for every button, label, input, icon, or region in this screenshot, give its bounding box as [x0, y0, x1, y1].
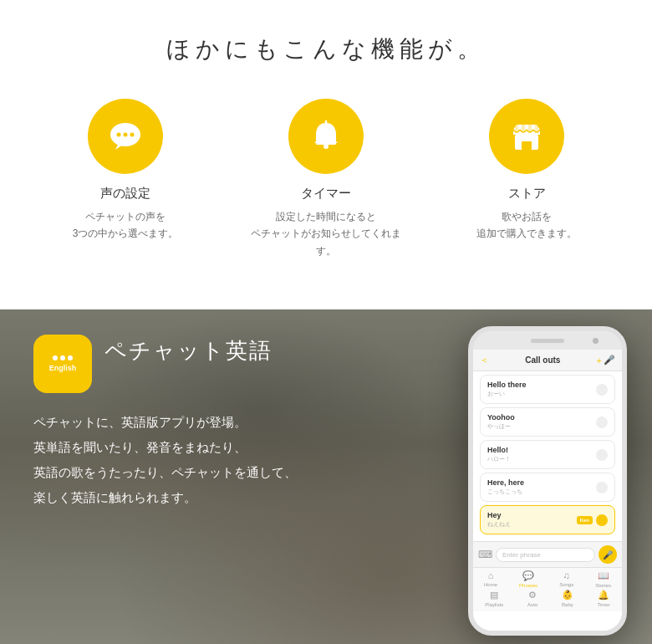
svg-point-2 — [117, 133, 121, 137]
bell-icon — [308, 118, 344, 155]
svg-rect-11 — [522, 125, 525, 133]
nav-timer[interactable]: 🔔 Timer — [598, 590, 610, 607]
nav-stories-label: Stories — [595, 583, 611, 588]
mic-button[interactable]: 🎤 — [599, 545, 617, 564]
svg-point-6 — [323, 144, 329, 149]
songs-icon: ♫ — [563, 570, 570, 580]
mic-icon: 🎤 — [603, 550, 613, 560]
body-line-3: 英語の歌をうたったり、ペチャットを通して、 — [33, 460, 297, 485]
nav-auto-label: Auto — [527, 602, 537, 607]
badge-label: English — [49, 364, 77, 372]
svg-rect-13 — [535, 125, 538, 133]
callout-title-1: Yoohoo — [487, 413, 608, 422]
keyboard-icon[interactable]: ⌨ — [478, 549, 492, 560]
app-header-title: Call outs — [525, 355, 560, 365]
mic-icon-small: 🎤 — [604, 355, 615, 365]
nav-songs[interactable]: ♫ Songs — [559, 570, 573, 588]
phone-top-bar — [473, 331, 622, 350]
timer-icon: 🔔 — [598, 590, 609, 601]
callout-title-0: Hello there — [487, 381, 608, 389]
bottom-nav: ⌂ Home 💬 Phrases ♫ Songs 📖 Stories — [473, 567, 622, 611]
feature-store: ストア 歌やお話を追加で購入できます。 — [451, 99, 602, 259]
nav-timer-label: Timer — [598, 602, 610, 607]
callout-sub-0: おーい — [487, 390, 608, 398]
phone-mockup: ＜ Call outs + 🎤 Hello there おーい Yoohoo や… — [468, 326, 627, 636]
callout-item-4[interactable]: Hey ねえねえ Ken — [480, 505, 615, 534]
svg-rect-10 — [515, 125, 518, 133]
english-app-badge[interactable]: English — [33, 335, 92, 393]
phone-camera — [593, 338, 599, 344]
store-title: ストア — [508, 186, 546, 202]
badge-dots — [53, 355, 73, 360]
nav-stories[interactable]: 📖 Stories — [595, 570, 611, 588]
body-line-4: 楽しく英語に触れられます。 — [33, 485, 297, 510]
dot-1 — [53, 355, 58, 360]
voice-icon-circle — [88, 99, 163, 174]
phone-speaker — [531, 339, 564, 343]
ken-badge: Ken — [577, 516, 593, 524]
app-header: ＜ Call outs + 🎤 — [473, 350, 622, 371]
feature-voice: 声の設定 ペチャットの声を3つの中から選べます。 — [50, 99, 201, 259]
timer-desc: 設定した時間になるとペチャットがお知らせしてくれます。 — [251, 208, 401, 259]
callout-title-3: Here, here — [487, 478, 608, 487]
nav-row-1: ⌂ Home 💬 Phrases ♫ Songs 📖 Stories — [473, 570, 622, 588]
stories-icon: 📖 — [598, 570, 609, 581]
callout-item-3[interactable]: Here, here こっちこっち — [480, 473, 615, 502]
nav-phrases-label: Phrases — [519, 583, 537, 588]
callout-item-2[interactable]: Hello! ハロー！ — [480, 440, 615, 469]
dot-3 — [68, 355, 73, 360]
svg-rect-9 — [522, 141, 532, 150]
section-body: ペチャットに、英語版アプリが登場。 英単語を聞いたり、発音をまねたり、 英語の歌… — [33, 410, 297, 510]
nav-row-2: ▤ Playlists ⚙ Auto 👶 Baby 🔔 Timer — [473, 590, 622, 607]
feature-timer: タイマー 設定した時間になるとペチャットがお知らせしてくれます。 — [251, 99, 401, 259]
app-add-button[interactable]: + 🎤 — [597, 355, 615, 365]
callout-item-0[interactable]: Hello there おーい — [480, 375, 615, 404]
top-section: ほかにもこんな機能が。 声の設定 ペチャットの声を3つの中から選べます。 — [0, 0, 652, 309]
timer-icon-circle — [288, 99, 364, 174]
bottom-section: English ペチャット英語 ペチャットに、英語版アプリが登場。 英単語を聞い… — [0, 309, 652, 644]
nav-playlists-label: Playlists — [485, 602, 503, 607]
baby-icon: 👶 — [562, 590, 573, 601]
phrases-icon: 💬 — [522, 570, 534, 581]
callout-dot-4 — [596, 514, 608, 526]
phrase-input[interactable]: Enter phrase — [496, 548, 595, 562]
callout-dot-0 — [596, 384, 608, 396]
chat-icon — [107, 118, 144, 155]
app-back-button[interactable]: ＜ — [480, 354, 489, 366]
nav-phrases[interactable]: 💬 Phrases — [519, 570, 537, 588]
section-title: ペチャット英語 — [104, 336, 273, 365]
nav-baby[interactable]: 👶 Baby — [562, 590, 573, 607]
svg-point-4 — [130, 133, 135, 137]
voice-desc: ペチャットの声を3つの中から選べます。 — [73, 208, 179, 243]
home-icon: ⌂ — [488, 570, 494, 580]
store-icon — [508, 118, 545, 155]
callout-sub-1: やっほー — [487, 422, 608, 431]
nav-songs-label: Songs — [559, 582, 573, 587]
callout-sub-3: こっちこっち — [487, 488, 608, 496]
nav-home[interactable]: ⌂ Home — [484, 570, 497, 588]
auto-icon: ⚙ — [528, 590, 537, 601]
callout-dot-2 — [596, 449, 608, 461]
svg-point-3 — [124, 133, 128, 137]
voice-title: 声の設定 — [100, 186, 150, 202]
nav-baby-label: Baby — [562, 602, 573, 607]
timer-title: タイマー — [301, 186, 351, 202]
input-bar: ⌨ Enter phrase 🎤 — [473, 541, 622, 567]
dot-2 — [60, 355, 65, 360]
callout-item-1[interactable]: Yoohoo やっほー — [480, 407, 615, 437]
callout-title-2: Hello! — [487, 446, 608, 454]
nav-home-label: Home — [484, 582, 497, 587]
body-line-2: 英単語を聞いたり、発音をまねたり、 — [33, 435, 297, 460]
add-icon: + — [597, 355, 602, 365]
playlists-icon: ▤ — [490, 590, 498, 601]
callout-list: Hello there おーい Yoohoo やっほー Hello! ハロー！ … — [473, 371, 622, 541]
callout-sub-2: ハロー！ — [487, 455, 608, 463]
phone-screen: ＜ Call outs + 🎤 Hello there おーい Yoohoo や… — [473, 350, 622, 631]
svg-rect-12 — [528, 125, 532, 133]
callout-dot-3 — [596, 482, 608, 493]
nav-auto[interactable]: ⚙ Auto — [527, 590, 537, 607]
store-desc: 歌やお話を追加で購入できます。 — [476, 208, 577, 243]
features-row: 声の設定 ペチャットの声を3つの中から選べます。 タイマー 設定した時間になると… — [17, 99, 635, 259]
nav-playlists[interactable]: ▤ Playlists — [485, 590, 503, 607]
body-line-1: ペチャットに、英語版アプリが登場。 — [33, 410, 297, 435]
